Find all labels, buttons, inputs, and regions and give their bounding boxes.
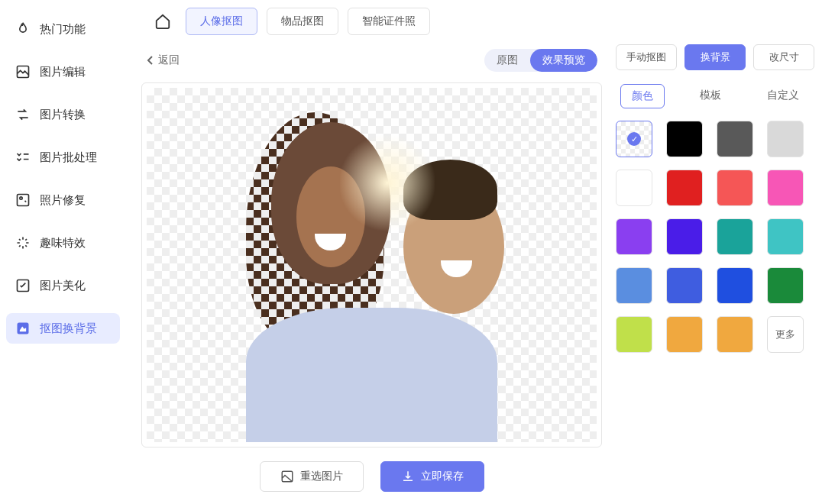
topbar: 人像抠图 物品抠图 智能证件照	[126, 8, 822, 44]
bg-tabs: 颜色 模板 自定义	[616, 84, 814, 108]
seg-label: 原图	[497, 53, 518, 66]
bg-tab-color[interactable]: 颜色	[620, 84, 665, 108]
bg-tab-template[interactable]: 模板	[689, 84, 732, 108]
download-icon	[401, 470, 415, 483]
color-swatch[interactable]	[717, 267, 753, 304]
color-swatch[interactable]	[616, 316, 652, 353]
tool-label: 改尺寸	[769, 51, 799, 63]
color-swatch[interactable]	[717, 121, 753, 157]
chevron-left-icon	[146, 55, 154, 66]
convert-icon	[15, 107, 31, 122]
tool-label: 手动抠图	[626, 51, 666, 63]
tool-resize[interactable]: 改尺寸	[753, 44, 814, 70]
view-preview[interactable]: 效果预览	[530, 49, 597, 72]
sidebar-item-label: 图片美化	[40, 279, 86, 293]
reselect-button[interactable]: 重选图片	[260, 461, 364, 492]
seg-label: 效果预览	[542, 53, 585, 66]
sidebar-item-restore[interactable]: 照片修复	[6, 185, 120, 215]
sidebar-item-label: 照片修复	[40, 193, 86, 208]
flame-icon	[15, 21, 31, 37]
tool-manual-cutout[interactable]: 手动抠图	[616, 44, 677, 70]
tab-portrait-cutout[interactable]: 人像抠图	[186, 8, 257, 35]
back-button[interactable]: 返回	[146, 53, 180, 67]
tab-label: 人像抠图	[200, 15, 243, 27]
main: 人像抠图 物品抠图 智能证件照 返回 原图 效果预览	[126, 0, 822, 504]
batch-icon	[15, 150, 31, 165]
sidebar-item-label: 图片编辑	[40, 65, 86, 79]
tab-object-cutout[interactable]: 物品抠图	[267, 8, 338, 35]
color-swatch[interactable]	[767, 267, 804, 304]
sidebar-item-cutout[interactable]: 抠图换背景	[6, 313, 120, 344]
cutout-result	[147, 88, 597, 442]
image-edit-icon	[15, 64, 31, 79]
save-button[interactable]: 立即保存	[380, 461, 484, 492]
sidebar-item-effects[interactable]: 趣味特效	[6, 228, 120, 258]
tab-label: 物品抠图	[281, 15, 324, 27]
bg-tab-label: 自定义	[767, 89, 799, 101]
view-toggle: 原图 效果预览	[484, 49, 597, 72]
sparkle-icon	[15, 235, 31, 250]
home-icon	[154, 13, 171, 30]
cutout-bg-icon	[15, 321, 31, 336]
more-colors-button[interactable]: 更多	[767, 316, 804, 353]
sidebar-item-beautify[interactable]: 图片美化	[6, 270, 120, 301]
right-panel: 手动抠图 换背景 改尺寸 颜色 模板 自定义 更多	[616, 44, 814, 496]
image-canvas	[141, 82, 602, 447]
back-label: 返回	[158, 53, 180, 67]
action-row: 重选图片 立即保存	[141, 447, 602, 496]
tool-row: 手动抠图 换背景 改尺寸	[616, 44, 814, 70]
tool-label: 换背景	[701, 51, 730, 63]
sidebar-item-label: 抠图换背景	[40, 321, 97, 336]
color-swatches: 更多	[616, 121, 814, 353]
editor-column: 返回 原图 效果预览	[141, 44, 602, 496]
color-swatch[interactable]	[717, 218, 753, 255]
color-swatch[interactable]	[616, 218, 652, 255]
tool-change-bg[interactable]: 换背景	[684, 44, 746, 70]
beautify-icon	[15, 278, 31, 293]
sidebar-item-batch[interactable]: 图片批处理	[6, 142, 120, 173]
restore-icon	[15, 192, 31, 208]
color-swatch[interactable]	[767, 170, 804, 206]
image-icon	[280, 470, 294, 483]
tab-id-photo[interactable]: 智能证件照	[348, 8, 430, 35]
sidebar-item-label: 图片转换	[40, 108, 86, 122]
bg-tab-label: 颜色	[632, 89, 653, 102]
tab-label: 智能证件照	[362, 15, 416, 27]
color-swatch[interactable]	[666, 170, 703, 206]
bg-tab-custom[interactable]: 自定义	[756, 84, 810, 108]
svg-point-2	[20, 197, 22, 199]
color-swatch[interactable]	[767, 121, 804, 157]
color-swatch[interactable]	[767, 218, 804, 255]
sidebar-item-convert[interactable]: 图片转换	[6, 99, 120, 130]
color-swatch[interactable]	[666, 121, 703, 157]
bg-tab-label: 模板	[700, 89, 721, 101]
sidebar-item-edit[interactable]: 图片编辑	[6, 57, 120, 87]
color-swatch[interactable]	[717, 316, 753, 353]
color-swatch[interactable]	[616, 121, 652, 157]
color-swatch[interactable]	[666, 316, 703, 353]
svg-rect-1	[18, 195, 29, 206]
sidebar-item-label: 图片批处理	[40, 150, 97, 165]
color-swatch[interactable]	[616, 170, 652, 206]
color-swatch[interactable]	[666, 218, 703, 255]
color-swatch[interactable]	[616, 267, 652, 304]
sidebar-item-label: 热门功能	[40, 22, 86, 37]
color-swatch[interactable]	[666, 267, 703, 304]
color-swatch[interactable]	[717, 170, 753, 206]
sidebar-item-label: 趣味特效	[40, 236, 86, 250]
sidebar: 热门功能 图片编辑 图片转换 图片批处理 照片修复 趣味特效 图片美化 抠图换	[0, 0, 126, 504]
view-original[interactable]: 原图	[484, 49, 530, 72]
btn-label: 立即保存	[421, 470, 464, 483]
home-button[interactable]	[149, 8, 176, 35]
sidebar-item-hot[interactable]: 热门功能	[6, 14, 120, 44]
btn-label: 重选图片	[300, 470, 343, 483]
